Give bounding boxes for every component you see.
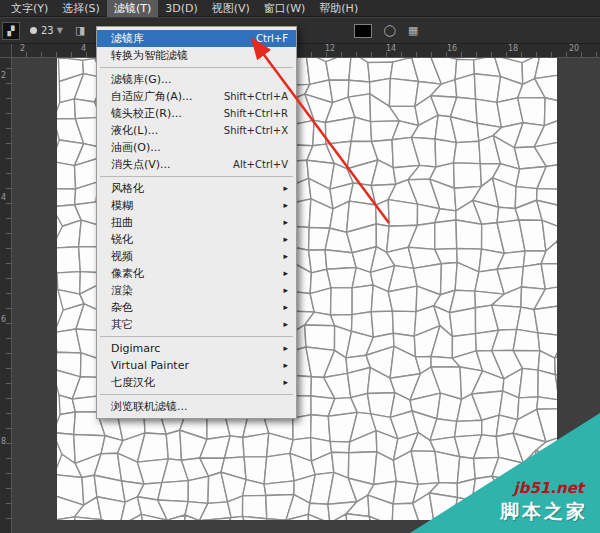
menu-bar: 文字(Y)选择(S)滤镜(T)3D(D)视图(V)窗口(W)帮助(H) xyxy=(0,0,600,17)
filter-menu-item[interactable]: 消失点(V)...Alt+Ctrl+V xyxy=(97,156,296,173)
ruler-number: 6 xyxy=(1,316,6,324)
menu-filter[interactable]: 滤镜(T) xyxy=(107,0,158,17)
ruler-number: 16 xyxy=(447,45,457,53)
menu-window[interactable]: 窗口(W) xyxy=(257,0,312,17)
ruler-number: 20 xyxy=(569,45,579,53)
panel-toggle-icon[interactable]: ▦ xyxy=(408,24,418,37)
submenu-arrow-icon: ▸ xyxy=(283,316,288,333)
options-bar: ▞ 23 ▼ ◨ ▤ ◯ ▦ xyxy=(0,18,600,44)
menu-shortcut: Alt+Ctrl+V xyxy=(233,156,288,173)
submenu-arrow-icon: ▸ xyxy=(283,197,288,214)
filter-menu-item[interactable]: 镜头校正(R)...Shift+Ctrl+R xyxy=(97,105,296,122)
submenu-arrow-icon: ▸ xyxy=(283,374,288,391)
menu-3d[interactable]: 3D(D) xyxy=(158,0,205,17)
submenu-arrow-icon: ▸ xyxy=(283,180,288,197)
submenu-arrow-icon: ▸ xyxy=(283,214,288,231)
filter-menu-item[interactable]: 模糊▸ xyxy=(97,197,296,214)
submenu-arrow-icon: ▸ xyxy=(283,265,288,282)
watermark-site: jb51.net xyxy=(514,479,584,497)
filter-menu-item[interactable]: 转换为智能滤镜 xyxy=(97,47,296,64)
submenu-arrow-icon: ▸ xyxy=(283,340,288,357)
ruler-corner xyxy=(0,44,12,58)
filter-menu-item[interactable]: 滤镜库(G)... xyxy=(97,71,296,88)
filter-menu-item[interactable]: Digimarc▸ xyxy=(97,340,296,357)
brush-preset-picker[interactable]: 23 ▼ xyxy=(30,25,63,36)
ruler-number: 18 xyxy=(508,45,518,53)
menu-shortcut: Shift+Ctrl+A xyxy=(224,88,288,105)
submenu-arrow-icon: ▸ xyxy=(283,357,288,374)
filter-menu-item[interactable]: 自适应广角(A)...Shift+Ctrl+A xyxy=(97,88,296,105)
filter-menu-item[interactable]: Virtual Painter▸ xyxy=(97,357,296,374)
filter-menu-item[interactable]: 浏览联机滤镜... xyxy=(97,398,296,415)
filter-menu-item[interactable]: 锐化▸ xyxy=(97,231,296,248)
filter-menu-item[interactable]: 液化(L)...Shift+Ctrl+X xyxy=(97,122,296,139)
ruler-number: 4 xyxy=(1,194,6,202)
menu-bar-items: 文字(Y)选择(S)滤镜(T)3D(D)视图(V)窗口(W)帮助(H) xyxy=(4,0,365,17)
ruler-number: 12 xyxy=(325,45,335,53)
menu-shortcut: Ctrl+F xyxy=(256,30,288,47)
ruler-number: 4 xyxy=(81,45,86,53)
ruler-number: 2 xyxy=(1,72,6,80)
airbrush-icon[interactable]: ◯ xyxy=(384,24,396,37)
filter-menu-item[interactable]: 风格化▸ xyxy=(97,180,296,197)
filter-menu-item[interactable]: 七度汉化▸ xyxy=(97,374,296,391)
mode-icon[interactable]: ◨ xyxy=(75,24,85,37)
filter-menu-item[interactable]: 杂色▸ xyxy=(97,299,296,316)
ruler-number: 2 xyxy=(20,45,25,53)
active-tool-icon[interactable]: ▞ xyxy=(2,22,20,40)
menu-select[interactable]: 选择(S) xyxy=(55,0,107,17)
filter-menu-item[interactable]: 渲染▸ xyxy=(97,282,296,299)
brush-preview-icon xyxy=(30,27,37,34)
foreground-color-swatch[interactable] xyxy=(354,24,372,38)
submenu-arrow-icon: ▸ xyxy=(283,299,288,316)
submenu-arrow-icon: ▸ xyxy=(283,248,288,265)
chevron-down-icon[interactable]: ▼ xyxy=(57,26,63,35)
filter-menu-item[interactable]: 扭曲▸ xyxy=(97,214,296,231)
submenu-arrow-icon: ▸ xyxy=(283,231,288,248)
filter-menu: 滤镜库Ctrl+F转换为智能滤镜滤镜库(G)...自适应广角(A)...Shif… xyxy=(96,26,297,419)
menu-separator xyxy=(100,394,293,395)
filter-menu-item[interactable]: 像素化▸ xyxy=(97,265,296,282)
menu-view[interactable]: 视图(V) xyxy=(205,0,257,17)
menu-separator xyxy=(100,67,293,68)
ruler-number: 14 xyxy=(386,45,396,53)
watermark-name: 脚本之家 xyxy=(500,499,588,525)
menu-separator xyxy=(100,336,293,337)
menu-separator xyxy=(100,176,293,177)
filter-menu-item[interactable]: 视频▸ xyxy=(97,248,296,265)
filter-menu-item[interactable]: 油画(O)... xyxy=(97,139,296,156)
menu-type[interactable]: 文字(Y) xyxy=(4,0,55,17)
brush-size-value: 23 xyxy=(41,25,54,36)
ruler-number: 8 xyxy=(1,438,6,446)
menu-shortcut: Shift+Ctrl+R xyxy=(224,105,288,122)
filter-menu-item[interactable]: 其它▸ xyxy=(97,316,296,333)
vertical-ruler[interactable]: 2468 xyxy=(0,58,12,533)
submenu-arrow-icon: ▸ xyxy=(283,282,288,299)
menu-help[interactable]: 帮助(H) xyxy=(312,0,365,17)
filter-menu-item[interactable]: 滤镜库Ctrl+F xyxy=(97,30,296,47)
menu-shortcut: Shift+Ctrl+X xyxy=(224,122,288,139)
photoshop-window: { "menu_bar": { "active": "滤镜(T)", "item… xyxy=(0,0,600,533)
